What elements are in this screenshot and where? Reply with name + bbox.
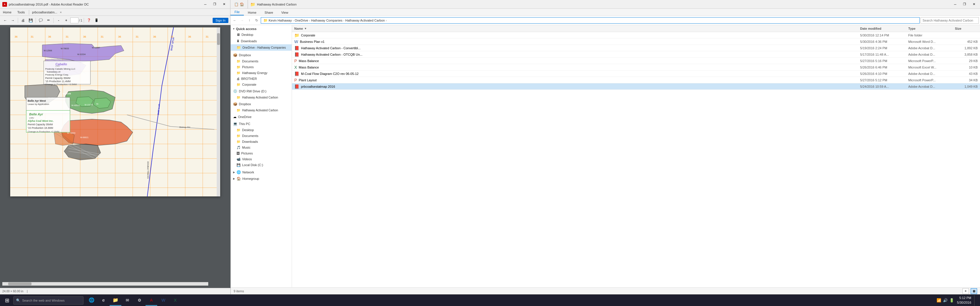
ribbon-tab-share[interactable]: Share xyxy=(261,10,277,16)
taskbar-item-mail[interactable]: ✉ xyxy=(122,295,133,306)
col-size-header[interactable]: Size xyxy=(954,25,980,32)
nav-item-desktop-pc[interactable]: 📁 Desktop xyxy=(231,127,292,133)
explorer-maximize-btn[interactable]: ❐ xyxy=(961,1,968,8)
file-row[interactable]: 📕 Hathaway Activated Carbon - Convertibl… xyxy=(292,45,980,51)
nav-item-downloads-pc[interactable]: 📁 Downloads xyxy=(231,139,292,144)
tool-mobile[interactable]: 📱 xyxy=(93,17,100,24)
ribbon-tab-view[interactable]: View xyxy=(277,10,292,16)
file-row[interactable]: 📕 M-Coal Flow Diagram C2O rev 06-05-12 5… xyxy=(292,71,980,77)
adobe-close-btn[interactable]: ✕ xyxy=(220,1,228,8)
menu-home[interactable]: Home xyxy=(0,10,14,14)
nav-up[interactable]: ↑ xyxy=(246,17,253,24)
taskbar-item-excel[interactable]: X xyxy=(169,295,181,306)
tray-speaker-icon[interactable]: 🔊 xyxy=(943,298,948,303)
taskbar-item-word[interactable]: W xyxy=(158,295,169,306)
sign-in-button[interactable]: Sign In xyxy=(213,18,228,23)
start-button[interactable]: ⊞ xyxy=(1,295,13,306)
taskbar-item-ie[interactable]: 🌐 xyxy=(86,295,97,306)
nav-item-onedrive[interactable]: ☁ OneDrive xyxy=(231,114,292,120)
file-row[interactable]: X Mass Balance 5/26/2016 6:46 PM Microso… xyxy=(292,64,980,71)
nav-item-dvd[interactable]: 💿 DVD RW Drive (D:) xyxy=(231,88,292,94)
taskbar-clock[interactable]: 5:12 PM 5/30/2016 xyxy=(957,296,971,305)
search-input[interactable] xyxy=(921,17,979,24)
menu-tools[interactable]: Tools xyxy=(14,10,28,14)
svg-text:36: 36 xyxy=(14,35,18,38)
file-row[interactable]: 📁 Corporate 5/30/2016 12:14 PM File fold… xyxy=(292,32,980,38)
crumb-3[interactable]: Hathaway Activated Carbon xyxy=(345,19,385,22)
tray-battery-icon[interactable]: 🔋 xyxy=(950,298,954,303)
nav-item-hac-dropbox[interactable]: 📁 Hathaway Activated Carbon xyxy=(231,107,292,113)
nav-item-dropbox2[interactable]: 📦 Dropbox xyxy=(231,101,292,107)
nav-refresh[interactable]: ↻ xyxy=(253,17,260,24)
nav-item-thispc[interactable]: 💻 This PC xyxy=(231,120,292,127)
file-name-cell: 📕 M-Coal Flow Diagram C2O rev 06-05-12 xyxy=(292,71,859,76)
pdf-vscroll-thumb[interactable] xyxy=(217,33,220,45)
details-view-btn[interactable]: ▦ xyxy=(970,288,977,294)
nav-item-hathaway-energy[interactable]: 📁 Hathaway Energy xyxy=(231,70,292,76)
nav-item-pictures[interactable]: 📁 Pictures xyxy=(231,64,292,70)
explorer-close-btn[interactable]: ✕ xyxy=(970,1,978,8)
tool-zoom-in[interactable]: + xyxy=(63,17,70,24)
tool-zoom-out[interactable]: - xyxy=(55,17,62,24)
taskbar-item-explorer[interactable]: 📁 xyxy=(110,295,121,306)
nav-item-videos-pc[interactable]: 📹 Videos xyxy=(231,156,292,162)
col-name-header[interactable]: Name ▼ xyxy=(292,25,859,32)
ribbon-tab-file[interactable]: File xyxy=(231,9,244,16)
nav-item-network[interactable]: ▶ 🌐 Network xyxy=(231,169,292,176)
nav-forward[interactable]: → xyxy=(239,17,245,24)
file-row[interactable]: P Plant Layout 5/27/2016 5:12 PM Microso… xyxy=(292,77,980,83)
nav-item-music-pc[interactable]: 🎵 Music xyxy=(231,144,292,151)
nav-item-downloads-qa[interactable]: ⬇ Downloads xyxy=(231,38,292,44)
nav-item-dropbox[interactable]: 📦 Dropbox xyxy=(231,52,292,58)
page-number-input[interactable]: 1 xyxy=(70,17,78,23)
tool-forward[interactable]: → xyxy=(10,17,16,24)
nav-item-brother[interactable]: 🖨 BROTHER xyxy=(231,76,292,82)
nav-item-documents[interactable]: 📁 Documents xyxy=(231,58,292,64)
nav-item-corporate[interactable]: 📁 Corporate xyxy=(231,82,292,87)
tool-print[interactable]: 🖨 xyxy=(19,17,27,24)
col-type-header[interactable]: Type xyxy=(907,25,954,32)
quick-access-header[interactable]: ▼ Quick access xyxy=(231,26,292,32)
nav-item-local-disk[interactable]: 💾 Local Disk (C:) xyxy=(231,162,292,168)
col-date-header[interactable]: Date modified xyxy=(859,25,907,32)
nav-back[interactable]: ← xyxy=(232,17,238,24)
adobe-minimize-btn[interactable]: ─ xyxy=(202,1,209,8)
address-field[interactable]: 📁 Kevin Hathaway › OneDrive - Hathaway C… xyxy=(261,17,920,24)
pdf-vscrollbar[interactable] xyxy=(217,27,220,197)
pdf-hscrollbar[interactable] xyxy=(2,282,208,285)
taskbar-item-edge[interactable]: e xyxy=(98,295,110,306)
crumb-2[interactable]: OneDrive - Hathaway Companies xyxy=(294,19,342,22)
nav-item-pictures-pc[interactable]: 🖼 Pictures xyxy=(231,151,292,156)
tray-network-icon[interactable]: 📶 xyxy=(937,298,941,303)
nav-item-onedrive-qa[interactable]: 📁 OneDrive - Hathaway Companies xyxy=(231,44,292,51)
show-desktop-btn[interactable] xyxy=(974,295,977,306)
crumb-1[interactable]: Kevin Hathaway xyxy=(269,19,292,22)
explorer-minimize-btn[interactable]: ─ xyxy=(951,1,959,8)
pdf-page[interactable]: BNSF SPUR BNSF & UP Bishop Rd. DOUBLE TR… xyxy=(10,27,220,197)
tool-annotate[interactable]: ✏ xyxy=(45,17,52,24)
nav-item-documents-pc[interactable]: 📁 Documents xyxy=(231,133,292,139)
nav-item-homegroup[interactable]: ▶ 🏠 Homegroup xyxy=(231,176,292,182)
tool-help[interactable]: ❓ xyxy=(86,17,92,24)
svg-text:Bishop Rd.: Bishop Rd. xyxy=(180,126,191,128)
taskbar-item-settings[interactable]: ⚙ xyxy=(134,295,145,306)
taskbar-item-acrobat[interactable]: A xyxy=(146,295,157,306)
taskbar-search-box[interactable]: 🔍 Search the web and Windows xyxy=(13,296,83,304)
list-view-btn[interactable]: ≡ xyxy=(963,288,969,294)
explorer-address-bar: ← → ↑ ↻ 📁 Kevin Hathaway › OneDrive - Ha… xyxy=(231,16,980,25)
file-type-cell: Microsoft PowerP... xyxy=(907,78,954,82)
file-row[interactable]: P Mass Balance 5/27/2016 5:16 PM Microso… xyxy=(292,58,980,64)
file-row[interactable]: W Business Plan v1 5/30/2016 4:36 PM Mic… xyxy=(292,38,980,45)
nav-item-hac-dvd[interactable]: 📁 Hathaway Activated Carbon xyxy=(231,94,292,100)
pdf-hscroll-thumb[interactable] xyxy=(8,282,32,285)
file-row[interactable]: 📕 prbcoallsestatmap 2016 5/24/2016 10:59… xyxy=(292,83,980,90)
nav-item-desktop-qa[interactable]: 🖥 Desktop xyxy=(231,32,292,38)
tab-close-btn[interactable]: × xyxy=(60,11,62,14)
tool-save[interactable]: 💾 xyxy=(27,17,34,24)
file-size-cell: 1,049 KB xyxy=(954,85,980,88)
file-row[interactable]: 📕 Hathaway Activated Carbon - OTCQB Un..… xyxy=(292,51,980,58)
adobe-maximize-btn[interactable]: ❐ xyxy=(211,1,218,8)
tool-comment[interactable]: 💬 xyxy=(37,17,45,24)
ribbon-tab-home[interactable]: Home xyxy=(244,10,261,16)
tool-back[interactable]: ← xyxy=(2,17,9,24)
